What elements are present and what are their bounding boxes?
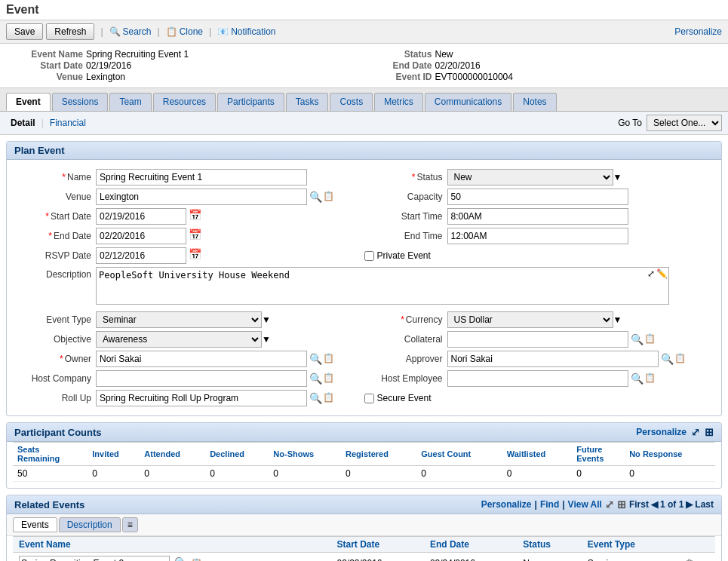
- related-event-delete[interactable]: 🗑: [678, 553, 715, 562]
- rsvp-cal-icon[interactable]: 📅: [189, 248, 204, 263]
- search-link[interactable]: 🔍 Search: [109, 26, 152, 37]
- tab-resources[interactable]: Resources: [153, 93, 216, 111]
- host-company-input[interactable]: [96, 370, 307, 387]
- objective-dropdown-icon: ▼: [262, 334, 271, 345]
- end-date-value: 02/20/2016: [435, 60, 481, 71]
- venue-search-icon[interactable]: 🔍: [309, 191, 321, 203]
- textarea-expand-icon[interactable]: ⤢: [647, 268, 655, 279]
- rel-tab-description[interactable]: Description: [59, 517, 121, 532]
- related-viewall-link[interactable]: View All: [568, 499, 602, 510]
- start-date-input[interactable]: [96, 208, 186, 225]
- tab-event[interactable]: Event: [6, 93, 51, 111]
- main-tabs: Event Sessions Team Resources Participan…: [0, 88, 728, 112]
- approver-prompt-icon[interactable]: 📋: [674, 353, 687, 365]
- related-event-search-icon[interactable]: 🔍: [174, 556, 186, 561]
- tab-costs[interactable]: Costs: [330, 93, 373, 111]
- description-textarea[interactable]: PeopleSoft University House Weekend: [96, 267, 669, 305]
- val-guest-count: 0: [416, 466, 502, 482]
- collateral-prompt-icon[interactable]: 📋: [644, 333, 656, 345]
- collateral-search-icon[interactable]: 🔍: [631, 333, 643, 345]
- owner-input[interactable]: [96, 351, 307, 367]
- approver-input[interactable]: [447, 351, 659, 367]
- owner-prompt-icon[interactable]: 📋: [323, 353, 335, 365]
- end-date-label: End Date: [364, 60, 432, 71]
- roll-up-input[interactable]: [96, 390, 307, 406]
- related-event-name-input[interactable]: [19, 556, 170, 561]
- personalize-link[interactable]: Personalize: [674, 26, 722, 37]
- participant-expand-icon[interactable]: ⤢: [691, 426, 700, 438]
- goto-select[interactable]: Select One...: [647, 115, 722, 131]
- col-seats-remaining: SeatsRemaining: [13, 443, 88, 466]
- roll-up-search-icon[interactable]: 🔍: [309, 392, 321, 404]
- private-event-checkbox[interactable]: [364, 251, 374, 261]
- next-page-icon[interactable]: ▶: [686, 499, 693, 510]
- textarea-edit-icon[interactable]: ✏️: [656, 268, 668, 279]
- rel-tab-events[interactable]: Events: [13, 517, 57, 532]
- rel-tab-icon[interactable]: ≡: [122, 517, 138, 532]
- owner-search-icon[interactable]: 🔍: [309, 353, 321, 365]
- name-label: Name: [13, 172, 96, 182]
- start-time-input[interactable]: [447, 208, 628, 225]
- venue-input[interactable]: [96, 189, 307, 205]
- related-grid-icon[interactable]: ⊞: [617, 498, 626, 510]
- currency-select[interactable]: US Dollar Euro: [447, 311, 613, 328]
- col-no-shows: No-Shows: [269, 443, 341, 466]
- page-info: 1 of 1: [660, 499, 683, 510]
- status-dropdown-icon: ▼: [613, 172, 622, 182]
- venue-label: Venue: [15, 72, 83, 82]
- val-no-response: 0: [625, 466, 715, 482]
- host-employee-search-icon[interactable]: 🔍: [631, 372, 643, 385]
- collateral-input[interactable]: [447, 331, 628, 348]
- status-select[interactable]: New Active Cancelled: [447, 169, 613, 185]
- capacity-label: Capacity: [364, 192, 447, 202]
- related-find-link[interactable]: Find: [540, 499, 559, 510]
- tab-communications[interactable]: Communications: [425, 93, 511, 111]
- related-event-prompt-icon[interactable]: 📋: [191, 558, 203, 561]
- start-date-cal-icon[interactable]: 📅: [189, 209, 204, 224]
- secure-event-checkbox[interactable]: [364, 394, 374, 403]
- capacity-input[interactable]: [447, 189, 628, 205]
- val-attended: 0: [140, 466, 205, 482]
- sub-tab-detail[interactable]: Detail: [6, 116, 40, 130]
- roll-up-prompt-icon[interactable]: 📋: [323, 392, 335, 404]
- save-button[interactable]: Save: [6, 23, 43, 40]
- related-event-type: Seminar: [582, 553, 678, 562]
- venue-prompt-icon[interactable]: 📋: [323, 191, 335, 203]
- tab-team[interactable]: Team: [109, 93, 151, 111]
- tab-sessions[interactable]: Sessions: [52, 93, 109, 111]
- start-date-field-label: Start Date: [13, 211, 96, 222]
- end-date-cal-icon[interactable]: 📅: [189, 228, 204, 244]
- name-input[interactable]: [96, 169, 307, 185]
- related-personalize-link[interactable]: Personalize: [481, 499, 532, 510]
- tab-tasks[interactable]: Tasks: [286, 93, 329, 111]
- event-type-select[interactable]: Seminar Conference Workshop: [96, 311, 262, 328]
- end-date-input[interactable]: [96, 228, 186, 244]
- sub-tabs-bar: Detail | Financial Go To Select One...: [0, 112, 728, 135]
- host-employee-prompt-icon[interactable]: 📋: [644, 372, 656, 385]
- tab-metrics[interactable]: Metrics: [374, 93, 423, 111]
- col-event-name: Event Name: [13, 537, 330, 553]
- objective-select[interactable]: Awareness Lead Generation: [96, 331, 262, 348]
- participant-grid-icon[interactable]: ⊞: [705, 426, 714, 438]
- host-company-search-icon[interactable]: 🔍: [309, 372, 321, 385]
- tab-participants[interactable]: Participants: [217, 93, 284, 111]
- participant-personalize-link[interactable]: Personalize: [636, 427, 687, 437]
- notification-link[interactable]: 📧 Notification: [217, 26, 275, 37]
- host-employee-input[interactable]: [447, 370, 628, 387]
- event-id-label: Event ID: [364, 72, 432, 82]
- val-future-events: 0: [572, 466, 625, 482]
- venue-field-label: Venue: [13, 192, 96, 202]
- clone-icon: 📋: [166, 26, 177, 37]
- related-expand-icon[interactable]: ⤢: [605, 498, 614, 510]
- currency-label: Currency: [364, 314, 447, 325]
- refresh-button[interactable]: Refresh: [46, 23, 94, 40]
- approver-search-icon[interactable]: 🔍: [661, 353, 673, 365]
- tab-notes[interactable]: Notes: [513, 93, 556, 111]
- end-time-input[interactable]: [447, 228, 628, 244]
- clone-link[interactable]: 📋 Clone: [166, 26, 203, 37]
- rsvp-date-input[interactable]: [96, 247, 186, 264]
- col-no-response: No Response: [625, 443, 715, 466]
- host-company-prompt-icon[interactable]: 📋: [323, 372, 335, 385]
- sub-tab-financial[interactable]: Financial: [45, 116, 91, 130]
- prev-page-icon[interactable]: ◀: [651, 499, 658, 510]
